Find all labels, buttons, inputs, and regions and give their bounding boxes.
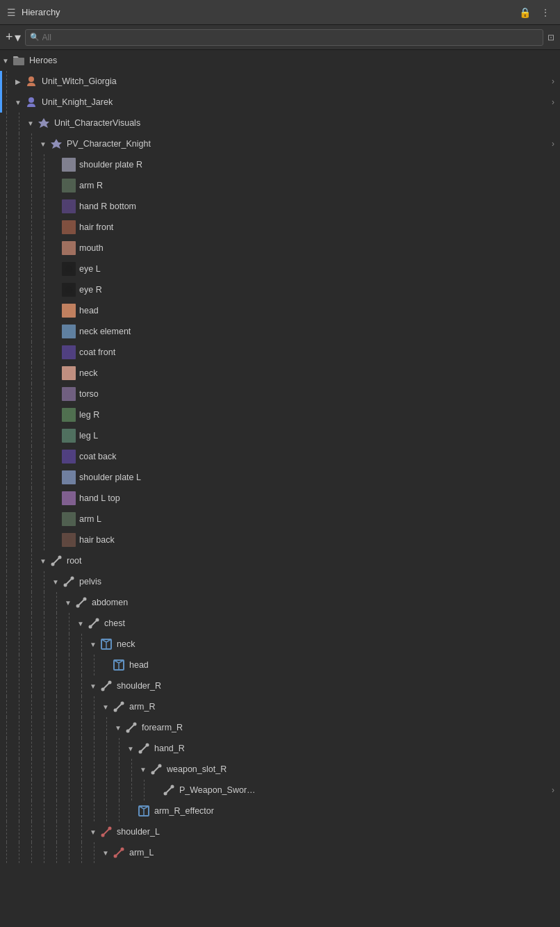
expand-arrow[interactable] [75, 618, 86, 629]
expand-arrow[interactable] [100, 847, 111, 858]
item-icon [61, 157, 76, 172]
tree-item-shoulder_plate_r[interactable]: shoulder plate R [0, 154, 560, 175]
tree-item-arm_l[interactable]: arm L [0, 509, 560, 530]
tree-item-heroes[interactable]: Heroes [0, 50, 560, 71]
tree-item-coat_front[interactable]: coat front [0, 342, 560, 363]
tree-item-shoulder_plate_l[interactable]: shoulder plate L [0, 467, 560, 488]
indent-5 [63, 634, 75, 655]
tree-item-coat_back[interactable]: coat back [0, 446, 560, 467]
indent-2 [25, 842, 38, 863]
indent-0 [0, 613, 13, 634]
expand-arrow[interactable] [138, 764, 149, 775]
tree-item-hair_front[interactable]: hair front [0, 217, 560, 238]
tree-item-neck[interactable]: neck [0, 363, 560, 384]
expand-arrow[interactable] [100, 701, 111, 712]
tree-item-arm_l2[interactable]: arm_L [0, 842, 560, 863]
tree-item-head2[interactable]: head [0, 655, 560, 675]
svg-point-104 [101, 834, 105, 837]
tree-item-leg_r[interactable]: leg R [0, 404, 560, 425]
tree-item-leg_l[interactable]: leg L [0, 425, 560, 446]
lock-button[interactable]: 🔒 [516, 6, 534, 19]
tree-item-root[interactable]: root [0, 550, 560, 571]
tree-item-hand_l_top[interactable]: hand L top [0, 488, 560, 509]
svg-point-26 [65, 307, 72, 314]
indent-0 [0, 634, 13, 655]
item-icon [61, 366, 76, 381]
tree-item-chest[interactable]: chest [0, 613, 560, 634]
search-input[interactable] [42, 33, 538, 42]
svg-point-107 [114, 855, 117, 858]
tree-item-shoulder_r[interactable]: shoulder_R [0, 675, 560, 696]
tree-item-eye_l[interactable]: eye L [0, 259, 560, 279]
indent-3 [38, 279, 50, 300]
indent-3 [38, 300, 50, 321]
indent-2 [25, 571, 38, 592]
expand-arrow[interactable] [25, 117, 36, 129]
item-icon [61, 491, 76, 506]
indent-0 [0, 446, 13, 467]
indent-7 [88, 738, 100, 759]
item-label: leg L [79, 431, 98, 441]
tree-item-arm_r[interactable]: arm R [0, 175, 560, 196]
expand-arrow[interactable] [88, 680, 99, 691]
expand-arrow[interactable] [0, 55, 11, 66]
tree-item-arm_r_effector[interactable]: arm_R_effector [0, 801, 560, 821]
tree-item-unit_knight[interactable]: Unit_Knight_Jarek› [0, 92, 560, 113]
indent-1 [13, 467, 25, 488]
indent-8 [100, 801, 113, 821]
expand-arrow[interactable] [38, 555, 49, 566]
indent-5 [63, 801, 75, 821]
item-label: eye L [79, 264, 101, 274]
tree-item-unit_witch[interactable]: Unit_Witch_Giorgia› [0, 71, 560, 92]
indent-2 [25, 384, 38, 404]
expand-icon[interactable]: ⊡ [547, 33, 554, 42]
tree-item-pelvis[interactable]: pelvis [0, 571, 560, 592]
indent-9 [113, 759, 125, 780]
indent-5 [63, 675, 75, 696]
indent-6 [75, 675, 88, 696]
indent-10 [125, 759, 138, 780]
tree-item-weapon_slot_r[interactable]: weapon_slot_R [0, 759, 560, 780]
svg-point-64 [71, 577, 74, 580]
expand-arrow[interactable] [125, 743, 136, 754]
tree-item-unit_charvisuals[interactable]: Unit_CharacterVisuals [0, 113, 560, 133]
svg-point-96 [171, 785, 174, 789]
tree-item-pv_char_knight[interactable]: PV_Character_Knight› [0, 133, 560, 154]
add-button[interactable]: + ▾ [6, 30, 21, 45]
expand-arrow[interactable] [38, 138, 49, 149]
expand-arrow[interactable] [13, 97, 24, 108]
expand-arrow[interactable] [88, 826, 99, 837]
tree-item-hand_r2[interactable]: hand_R [0, 738, 560, 759]
tree-item-shoulder_l[interactable]: shoulder_L [0, 821, 560, 842]
tree-item-hair_back[interactable]: hair back [0, 530, 560, 550]
expand-arrow[interactable] [63, 597, 74, 608]
expand-arrow[interactable] [113, 722, 124, 733]
tree-item-eye_r[interactable]: eye R [0, 279, 560, 300]
tree-item-p_weapon_sword[interactable]: P_Weapon_Swor…› [0, 780, 560, 801]
tree-item-neck_element[interactable]: neck element [0, 321, 560, 342]
svg-point-1 [28, 76, 34, 82]
expand-arrow[interactable] [13, 76, 24, 87]
svg-point-94 [151, 771, 155, 775]
indent-2 [25, 300, 38, 321]
item-icon [74, 595, 89, 610]
item-icon [24, 95, 39, 110]
indent-0 [0, 655, 13, 675]
item-label: arm R [79, 181, 103, 190]
expand-arrow[interactable] [88, 639, 99, 650]
svg-point-44 [65, 432, 72, 439]
expand-arrow[interactable] [50, 576, 61, 587]
tree-item-head[interactable]: head [0, 300, 560, 321]
tree-item-torso[interactable]: torso [0, 384, 560, 404]
tree-item-mouth[interactable]: mouth [0, 238, 560, 259]
item-icon [149, 762, 164, 777]
tree-item-hand_r_bottom[interactable]: hand R bottom [0, 196, 560, 217]
tree-item-abdomen[interactable]: abdomen [0, 592, 560, 613]
tree-item-arm_r2[interactable]: arm_R [0, 696, 560, 717]
tree-item-forearm_r[interactable]: forearm_R [0, 717, 560, 738]
titlebar: ☰ Hierarchy 🔒 ⋮ [0, 0, 560, 25]
svg-point-35 [65, 370, 72, 377]
menu-button[interactable]: ⋮ [538, 6, 553, 19]
tree-item-neck2[interactable]: neck [0, 634, 560, 655]
indent-2 [25, 404, 38, 425]
